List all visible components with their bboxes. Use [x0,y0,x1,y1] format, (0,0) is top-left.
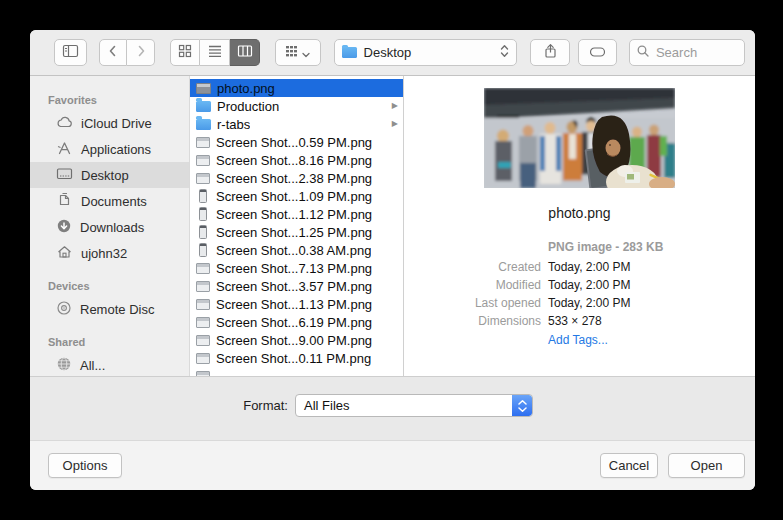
folder-icon [342,47,357,58]
list-item[interactable]: Screen Shot...1.09 PM.png [190,187,403,205]
sidebar-item-icloud-drive[interactable]: iCloud Drive [30,110,189,136]
sidebar-item-desktop[interactable]: Desktop [30,162,189,188]
list-item[interactable]: Screen Shot...0.59 PM.png [190,133,403,151]
footer-bar: Options Cancel Open [30,440,755,490]
screenshot-file-icon [199,207,207,221]
content-area: Favorites iCloud Drive Applications Desk… [30,76,755,376]
column-view-button[interactable] [230,39,260,66]
folder-icon [196,101,211,112]
file-name: Screen Shot...1.13 PM.png [216,297,372,312]
list-item-folder[interactable]: Production ▶ [190,97,403,115]
meta-value: Today, 2:00 PM [548,260,663,274]
sidebar-item-downloads[interactable]: Downloads [30,214,189,240]
file-name: Screen Shot...8.16 PM.png [216,153,372,168]
sidebar-section-favorites: Favorites [30,88,189,110]
screenshot-file-icon [196,335,210,346]
sidebar-item-applications[interactable]: Applications [30,136,189,162]
back-icon [106,44,120,62]
meta-label: Modified [442,278,541,292]
file-name: Screen Shot...0.11 PM.png [216,351,371,366]
location-label: Desktop [364,45,494,60]
list-item[interactable]: Screen Shot...0.11 PM.png [190,349,403,367]
search-icon [636,44,650,62]
options-button[interactable]: Options [48,453,122,478]
desktop-icon [56,167,73,184]
screenshot-file-icon [196,173,210,184]
open-button[interactable]: Open [668,453,745,478]
meta-label: Created [442,260,541,274]
forward-icon [134,44,148,62]
cancel-button[interactable]: Cancel [600,453,658,478]
file-name: Screen Shot...9.00 PM.png [216,333,372,348]
format-bar: Format: All Files [30,376,755,440]
chevron-right-icon: ▶ [392,102,398,110]
list-item[interactable]: Screen Shot...8.16 PM.png [190,151,403,169]
format-dropdown[interactable]: All Files [295,394,533,417]
search-field[interactable] [629,39,745,66]
file-name: Screen Shot...1.12 PM.png [216,207,372,222]
list-item[interactable]: Screen Shot...1.25 PM.png [190,223,403,241]
documents-icon [56,192,73,210]
list-item[interactable]: Screen Shot...1.13 PM.png [190,295,403,313]
sidebar-item-home[interactable]: ujohn32 [30,240,189,266]
back-button[interactable] [99,39,127,66]
tags-button[interactable] [578,39,617,66]
list-item[interactable]: Screen Shot...6.19 PM.png [190,313,403,331]
list-item[interactable]: Screen Shot...3.57 PM.png [190,277,403,295]
file-name: Production [217,99,279,114]
file-name: Screen Shot...0.59 PM.png [216,135,372,150]
list-item[interactable]: Screen Shot...2.38 PM.png [190,169,403,187]
file-name: Screen Shot...7.13 PM.png [216,261,372,276]
preview-column: photo.png PNG image - 283 KB Created Tod… [404,76,755,376]
home-icon [56,244,73,262]
file-name: Screen Shot...1.09 PM.png [216,189,372,204]
screenshot-file-icon [199,225,207,239]
forward-button[interactable] [127,39,155,66]
sidebar-toggle-icon [62,43,79,63]
arrange-icon [285,44,298,62]
file-name: Screen Shot...0.38 AM.png [216,243,371,258]
screenshot-file-icon [196,317,210,328]
chevron-up-down-icon [512,395,532,416]
meta-value: 533 × 278 [548,314,663,328]
file-name: Screen Shot...1.25 PM.png [216,225,372,240]
list-view-button[interactable] [200,39,230,66]
history-nav-group [99,39,155,66]
screenshot-file-icon [199,243,207,257]
chevron-right-icon: ▶ [392,120,398,128]
search-input[interactable] [654,44,738,61]
screenshot-file-icon [196,137,210,148]
list-item[interactable]: Screen Shot...9.00 PM.png [190,331,403,349]
add-tags-link[interactable]: Add Tags... [548,333,663,347]
arrange-button[interactable] [275,39,320,66]
icon-view-icon [178,44,192,62]
preview-metadata: PNG image - 283 KB Created Today, 2:00 P… [442,240,663,347]
sidebar-item-all-shared[interactable]: All... [30,352,189,376]
list-item-clipped[interactable] [190,367,403,376]
cloud-icon [56,115,73,132]
sidebar-item-remote-disc[interactable]: Remote Disc [30,296,189,322]
share-button[interactable] [530,39,569,66]
list-item[interactable]: Screen Shot...7.13 PM.png [190,259,403,277]
sidebar-item-label: iCloud Drive [81,116,152,131]
sidebar-item-documents[interactable]: Documents [30,188,189,214]
toolbar: Desktop [30,30,755,76]
list-view-icon [208,44,222,62]
list-item[interactable]: Screen Shot...1.12 PM.png [190,205,403,223]
location-dropdown[interactable]: Desktop [334,39,518,66]
file-name: Screen Shot...3.57 PM.png [216,279,372,294]
file-kind-size: PNG image - 283 KB [548,240,663,254]
list-item-folder[interactable]: r-tabs ▶ [190,115,403,133]
file-list-column: photo.png Production ▶ r-tabs ▶ Screen S… [190,76,404,376]
folder-icon [196,119,211,130]
list-item[interactable]: Screen Shot...0.38 AM.png [190,241,403,259]
downloads-icon [56,218,72,237]
sidebar-item-label: All... [80,358,105,373]
sidebar-toggle-button[interactable] [54,39,87,66]
list-item-photo[interactable]: photo.png [190,79,403,97]
screenshot-file-icon [196,155,210,166]
icon-view-button[interactable] [170,39,200,66]
file-name: photo.png [217,81,275,96]
sidebar-section-shared: Shared [30,330,189,352]
file-name: r-tabs [217,117,250,132]
